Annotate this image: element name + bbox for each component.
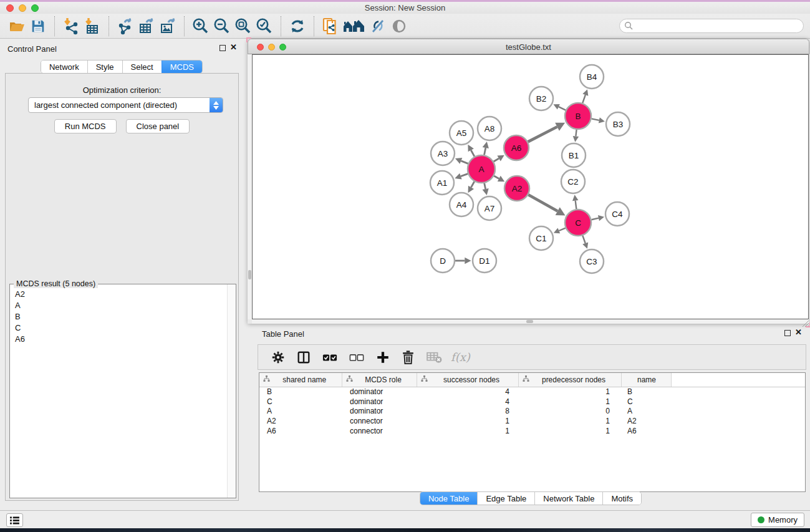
tab-style[interactable]: Style [87,60,122,73]
zoom-in-icon[interactable] [190,16,211,36]
eye-icon[interactable] [388,16,410,36]
edge-A-A2[interactable] [494,176,499,178]
add-column-icon[interactable] [375,350,390,365]
column-header-successor-nodes[interactable]: successor nodes [417,373,518,387]
table-cell[interactable]: 0 [518,406,621,416]
table-cell[interactable]: A6 [259,426,342,436]
edge-A-A6[interactable] [494,158,499,162]
float-panel-icon[interactable] [219,45,226,51]
node-A5[interactable]: A5 [450,121,473,145]
table-cell[interactable]: 1 [417,416,518,426]
table-cell[interactable]: 1 [417,426,518,436]
import-network-icon[interactable] [60,16,82,36]
network-canvas[interactable]: B4B2BB3A5A8A6A3B1AA1C2A2A4A7CC4C1C3DD1 [252,54,809,319]
table-cell[interactable]: 8 [417,406,518,416]
node-A3[interactable]: A3 [431,142,455,165]
table-cell[interactable]: A2 [259,416,342,426]
node-C4[interactable]: C4 [605,202,629,226]
table-cell[interactable]: B [621,387,671,397]
tab-network-table[interactable]: Network Table [534,492,602,505]
edge-C-C2[interactable] [576,201,577,210]
node-A2[interactable]: A2 [504,176,529,201]
edge-B-B3[interactable] [592,118,599,120]
split-columns-icon[interactable] [296,350,311,365]
save-session-icon[interactable] [27,16,49,36]
table-cell[interactable]: 1 [518,426,621,436]
table-cell[interactable]: 1 [518,397,621,407]
duplicate-network-icon[interactable] [320,16,341,36]
delete-table-icon[interactable] [426,351,443,364]
import-table-icon[interactable] [82,16,103,36]
task-history-button[interactable] [6,513,23,527]
node-B1[interactable]: B1 [562,143,586,167]
table-cell[interactable]: C [621,397,671,407]
hide-annotations-icon[interactable] [367,16,388,36]
result-list-item[interactable]: A [11,299,226,311]
edge-A-A1[interactable] [461,174,468,177]
edge-A-A7[interactable] [485,183,486,189]
tab-select[interactable]: Select [122,60,162,73]
table-cell[interactable]: connector [342,416,417,426]
home-icon[interactable] [341,16,367,36]
table-cell[interactable]: A [259,406,342,416]
node-A4[interactable]: A4 [450,193,473,216]
edge-C-C4[interactable] [591,218,598,220]
memory-button[interactable]: Memory [751,513,804,527]
tab-edge-table[interactable]: Edge Table [477,492,534,505]
criterion-dropdown[interactable]: largest connected component (directed) [28,97,223,113]
table-row[interactable]: A6connector11A6 [259,426,805,436]
column-header-predecessor-nodes[interactable]: predecessor nodes [518,373,621,387]
node-A1[interactable]: A1 [430,171,454,195]
table-cell[interactable]: 1 [518,416,621,426]
column-header-shared-name[interactable]: shared name [259,373,342,387]
table-row[interactable]: Bdominator41B [259,387,805,397]
table-cell[interactable]: connector [342,426,417,436]
node-table[interactable]: shared nameMCDS rolesuccessor nodesprede… [259,372,806,492]
result-list-item[interactable]: C [11,322,226,333]
column-header-MCDS-role[interactable]: MCDS role [342,373,417,387]
edge-A6-B[interactable] [528,127,557,142]
edge-B-B1[interactable] [576,130,576,137]
export-table-icon[interactable] [136,16,157,36]
result-list-item[interactable]: B [11,311,226,322]
tab-motifs[interactable]: Motifs [602,492,641,505]
export-image-icon[interactable] [157,16,178,36]
edge-A-A3[interactable] [461,161,468,164]
result-list-item[interactable]: A2 [11,288,226,299]
node-C3[interactable]: C3 [580,249,604,273]
zoom-selected-icon[interactable] [254,16,275,36]
node-A[interactable]: A [468,155,495,183]
table-cell[interactable]: dominator [342,387,417,397]
edge-A2-C[interactable] [528,195,557,211]
tab-mcds[interactable]: MCDS [162,60,202,73]
table-cell[interactable]: A6 [621,426,671,436]
close-panel-icon[interactable]: ✕ [230,43,237,52]
search-input[interactable] [634,21,803,31]
node-A6[interactable]: A6 [504,135,529,160]
node-B3[interactable]: B3 [606,112,630,136]
mcds-result-list[interactable]: A2ABCA6 [11,288,226,497]
table-cell[interactable]: B [259,387,342,397]
edge-B-B4[interactable] [582,95,586,103]
result-list-scrollbar[interactable] [227,284,236,498]
node-B2[interactable]: B2 [529,87,553,110]
deselect-all-icon[interactable] [349,350,365,365]
run-mcds-button[interactable]: Run MCDS [54,119,117,133]
table-row[interactable]: A2connector11A2 [259,416,805,426]
search-field[interactable] [619,19,804,33]
table-cell[interactable]: 1 [518,387,621,397]
table-cell[interactable]: C [259,397,342,407]
network-window-titlebar[interactable]: testGlobe.txt [248,39,809,54]
table-cell[interactable]: dominator [342,397,417,407]
gear-icon[interactable] [271,350,286,365]
edge-C-C3[interactable] [582,236,585,243]
edge-A-A4[interactable] [471,181,474,187]
table-row[interactable]: Adominator80A [259,406,805,416]
tab-node-table[interactable]: Node Table [420,492,478,505]
tab-network[interactable]: Network [41,60,87,73]
node-B4[interactable]: B4 [580,65,604,89]
node-D1[interactable]: D1 [473,249,496,273]
table-cell[interactable]: 4 [417,397,518,407]
result-list-item[interactable]: A6 [11,333,226,344]
float-table-panel-icon[interactable] [784,330,791,336]
